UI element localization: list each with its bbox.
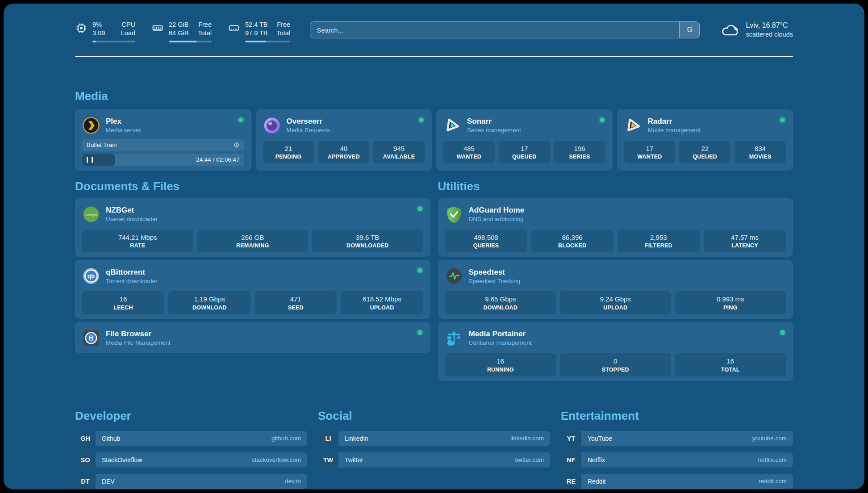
card-title: NZBGet	[106, 205, 158, 215]
adguard-icon	[445, 205, 463, 223]
overseerr-card[interactable]: Overseerr Media Requests 21 PENDING 40 A…	[256, 109, 432, 171]
social-links-column: Social LI LinkedIn linkedin.com TW Twitt…	[318, 409, 550, 489]
entertainment-links-column: Entertainment YT YouTube youtube.com NF …	[561, 409, 793, 489]
stat-box: 2,953 FILTERED	[618, 230, 700, 253]
stat-value: 945	[375, 144, 423, 153]
stat-label: TOTAL	[677, 366, 785, 373]
stat-value: 834	[736, 144, 784, 153]
nzbget-card[interactable]: nzbget NZBGet Usenet downloader 744.21 M…	[75, 198, 430, 257]
cloud-icon	[720, 22, 740, 38]
adguard-card[interactable]: AdGuard Home DNS and adblocking 498,508 …	[438, 198, 793, 257]
sonarr-card[interactable]: Sonarr Series management 485 WANTED 17 Q…	[436, 109, 613, 171]
link-row-youtube[interactable]: YT YouTube youtube.com	[561, 431, 793, 446]
disk-progress-bar	[245, 41, 290, 43]
search-input[interactable]	[310, 21, 700, 38]
stat-value: 16	[84, 295, 163, 304]
stat-value: 47.57 ms	[705, 233, 784, 242]
link-name: DEV	[102, 478, 115, 485]
top-bar: 9%3.09 CPULoad	[75, 21, 793, 42]
stat-box: 16 TOTAL	[675, 353, 786, 376]
stat-box: 17 WANTED	[624, 141, 676, 164]
stat-value: 266 GB	[199, 233, 307, 242]
qbittorrent-icon: qb	[82, 267, 100, 285]
dashboard-page: 9%3.09 CPULoad	[4, 4, 864, 489]
stat-box: 471 SEED	[255, 291, 337, 314]
link-row-github[interactable]: GH Github github.com	[75, 431, 307, 446]
link-row-netflix[interactable]: NF Netflix netflix.com	[561, 452, 793, 468]
media-section-heading: Media	[75, 89, 793, 103]
portainer-icon	[445, 329, 463, 347]
link-row-linkedin[interactable]: LI LinkedIn linkedin.com	[318, 431, 550, 446]
link-row-stackoverflow[interactable]: SO StackOverflow stackoverflow.com	[75, 452, 307, 468]
disk-stat: 52.4 TB97.9 TB FreeTotal	[228, 21, 290, 42]
social-section-heading: Social	[318, 409, 550, 423]
stat-value: 744.21 Mbps	[84, 233, 192, 242]
card-title: Media Portainer	[469, 329, 532, 339]
weather-condition: scattered clouds	[746, 30, 793, 39]
portainer-card[interactable]: Media Portainer Container management 16 …	[438, 322, 793, 381]
link-abbr: SO	[75, 452, 96, 468]
link-name: YouTube	[588, 435, 612, 442]
link-abbr: RE	[561, 474, 581, 489]
card-title: Plex	[106, 117, 141, 126]
stat-box: 16 RUNNING	[445, 353, 556, 376]
qbittorrent-card[interactable]: qb qBittorrent Torrent downloader 16 LEE…	[75, 260, 430, 319]
card-subtitle: Media server	[106, 126, 141, 134]
stat-label: SEED	[256, 304, 335, 311]
card-subtitle: Torrent downloader	[106, 277, 158, 285]
svg-text:qb: qb	[88, 273, 95, 280]
stat-box: 40 APPROVED	[318, 141, 369, 164]
link-name: LinkedIn	[345, 435, 368, 442]
stat-label: PENDING	[265, 153, 313, 160]
stat-label: QUEUED	[501, 153, 548, 160]
stat-value: 16	[677, 357, 785, 366]
gear-icon[interactable]: ⚙	[233, 142, 239, 149]
cpu-values: 9%3.09	[92, 21, 105, 38]
link-name: StackOverflow	[102, 456, 142, 464]
card-subtitle: Media File Management	[106, 339, 171, 347]
link-row-twitter[interactable]: TW Twitter twitter.com	[318, 452, 550, 468]
stat-value: 485	[445, 144, 493, 153]
card-subtitle: DNS and adblocking	[469, 215, 525, 223]
stat-box: 0 STOPPED	[560, 353, 671, 376]
developer-links-column: Developer GH Github github.com SO StackO…	[75, 409, 307, 489]
card-subtitle: Movie management	[648, 126, 701, 134]
filebrowser-card[interactable]: File Browser Media File Management	[75, 322, 430, 353]
documents-section-heading: Documents & Files	[75, 180, 430, 193]
stat-value: 86,396	[533, 233, 612, 242]
stat-value: 2,953	[619, 233, 698, 242]
stat-label: PING	[677, 304, 785, 311]
link-domain: reddit.com	[759, 478, 787, 485]
link-row-reddit[interactable]: RE Reddit reddit.com	[561, 474, 793, 489]
link-domain: linkedin.com	[510, 435, 544, 442]
stat-label: REMAINING	[199, 242, 307, 249]
pause-icon[interactable]	[87, 157, 93, 163]
speedtest-card[interactable]: Speedtest Speedtest Tracking 9.65 Gbps D…	[438, 260, 793, 319]
link-name: Twitter	[345, 456, 363, 464]
search-engine-button[interactable]: G	[679, 21, 700, 38]
ram-labels: FreeTotal	[198, 21, 212, 38]
documents-column: Documents & Files nzbget NZBGet Usenet d…	[75, 171, 430, 384]
card-title: Sonarr	[467, 117, 521, 126]
stat-label: AVAILABLE	[375, 153, 423, 160]
stat-label: DOWNLOAD	[170, 304, 249, 311]
stat-value: 9.24 Gbps	[562, 295, 669, 304]
stat-box: 17 QUEUED	[499, 141, 550, 164]
link-row-dev[interactable]: DT DEV dev.to	[75, 474, 307, 489]
plex-card[interactable]: Plex Media server Bullet Train ⚙ 24:44 /…	[75, 109, 251, 171]
stat-value: 22	[681, 144, 729, 153]
radarr-icon	[624, 117, 642, 134]
developer-section-heading: Developer	[75, 409, 307, 423]
link-domain: twitter.com	[515, 456, 544, 463]
playback-progress[interactable]: 24:44 / 02:06:47	[82, 154, 244, 166]
stat-value: 1.19 Gbps	[170, 295, 249, 304]
stat-box: 744.21 Mbps RATE	[82, 230, 193, 253]
stat-value: 498,508	[447, 233, 526, 242]
link-name: Netflix	[588, 456, 605, 464]
stat-value: 21	[265, 144, 313, 153]
stat-label: UPLOAD	[342, 304, 421, 311]
stat-label: RUNNING	[447, 366, 555, 373]
radarr-card[interactable]: Radarr Movie management 17 WANTED 22 QUE…	[617, 109, 793, 171]
card-title: Overseerr	[287, 117, 330, 126]
ram-values: 22 GiB64 GiB	[169, 21, 188, 38]
